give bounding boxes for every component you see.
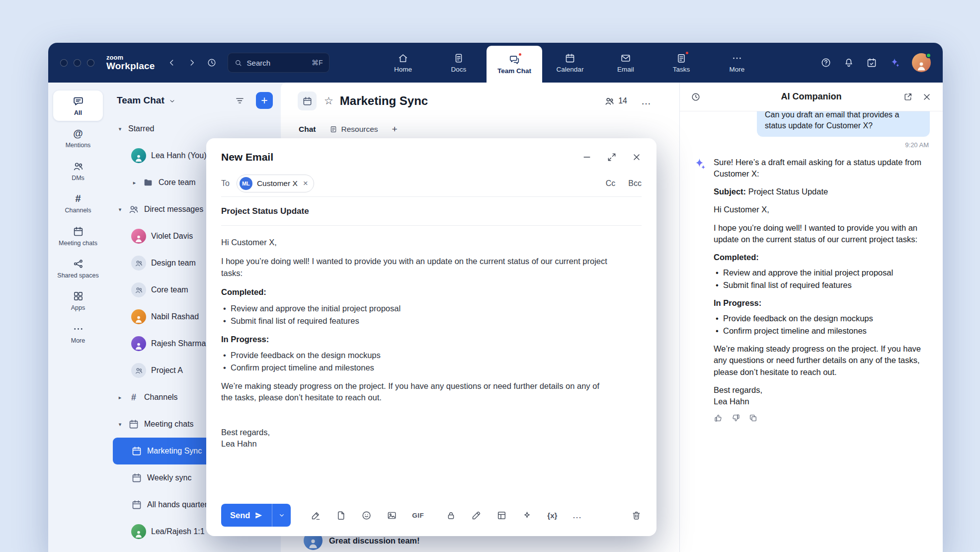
home-icon — [398, 53, 408, 64]
lock-icon[interactable] — [446, 510, 456, 521]
window-controls — [60, 59, 94, 67]
add-tab-button[interactable]: + — [392, 124, 398, 135]
ai-response-greeting: Hi Customer X, — [714, 204, 930, 215]
ai-completed-list: Review and approve the initial project p… — [714, 267, 930, 291]
minimize-window-button[interactable] — [74, 59, 81, 67]
recipient-field[interactable]: To ML Customer X × Cc Bcc — [221, 170, 642, 197]
rail-item-meeting-chats[interactable]: Meeting chats — [53, 221, 103, 251]
edit-pencil-icon[interactable] — [471, 510, 482, 521]
tab-docs[interactable]: Docs — [431, 43, 487, 83]
close-icon[interactable] — [922, 92, 932, 102]
tab-label: Docs — [451, 66, 467, 73]
email-greeting: Hi Customer X, — [221, 237, 609, 248]
back-icon[interactable] — [167, 58, 177, 68]
hash-icon: # — [75, 193, 81, 204]
members-count[interactable]: 14 — [604, 96, 627, 106]
tab-label: Calendar — [557, 66, 584, 73]
ai-sparkle-icon[interactable] — [522, 510, 532, 521]
tab-home[interactable]: Home — [375, 43, 431, 83]
send-button[interactable]: Send — [221, 504, 272, 527]
filter-icon[interactable] — [235, 95, 245, 106]
notifications-bell-icon[interactable] — [843, 57, 854, 68]
delete-draft-icon[interactable] — [631, 510, 642, 521]
template-icon[interactable] — [496, 510, 507, 521]
subject-field[interactable]: Project Status Update — [221, 197, 642, 226]
search-input[interactable]: Search ⌘F — [228, 53, 329, 73]
ai-companion-icon[interactable] — [889, 57, 900, 68]
more-options-icon[interactable]: … — [572, 510, 582, 521]
logo-zoom-text: zoom — [106, 54, 155, 61]
item-label: Design team — [151, 259, 196, 268]
tab-calendar[interactable]: Calendar — [542, 43, 598, 83]
rail-item-apps[interactable]: Apps — [53, 285, 103, 316]
tab-label: Resources — [341, 125, 378, 134]
caret-right-icon[interactable]: ▸ — [117, 394, 123, 401]
thumbs-up-icon[interactable] — [714, 413, 723, 423]
channel-header: ☆ Marketing Sync 14 … — [281, 83, 679, 119]
caret-down-icon[interactable]: ▾ — [117, 421, 123, 428]
chevron-down-icon[interactable] — [168, 97, 176, 105]
shared-spaces-icon — [73, 258, 84, 270]
send-options-button[interactable] — [272, 504, 291, 527]
tab-tasks[interactable]: Tasks — [653, 43, 709, 83]
caret-down-icon[interactable]: ▾ — [117, 206, 123, 213]
tab-team-chat[interactable]: Team Chat — [487, 46, 542, 83]
gif-button[interactable]: GIF — [412, 512, 424, 519]
bcc-button[interactable]: Bcc — [628, 179, 642, 188]
rail-item-shared-spaces[interactable]: Shared spaces — [53, 253, 103, 283]
caret-down-icon[interactable]: ▾ — [117, 126, 123, 132]
image-icon[interactable] — [387, 510, 397, 521]
variables-button[interactable]: {x} — [547, 511, 557, 520]
signature-icon[interactable] — [311, 510, 321, 521]
copy-icon[interactable] — [748, 413, 758, 423]
rail-item-label: More — [71, 337, 85, 344]
calendar-check-icon[interactable] — [866, 57, 877, 68]
history-icon[interactable] — [207, 58, 217, 68]
rail-item-dms[interactable]: DMs — [53, 156, 103, 186]
folder-icon — [143, 177, 154, 188]
signoff: Best regards, — [221, 427, 609, 438]
calendar-icon — [128, 419, 139, 430]
ai-panel-header: AI Companion — [680, 83, 943, 111]
zoom-window-button[interactable] — [87, 59, 94, 67]
cc-button[interactable]: Cc — [606, 179, 616, 188]
recipient-chip[interactable]: ML Customer X × — [237, 175, 314, 192]
rail-item-more[interactable]: More — [53, 318, 103, 349]
channel-title: Marketing Sync — [340, 94, 428, 108]
thumbs-down-icon[interactable] — [731, 413, 740, 423]
star-icon[interactable]: ☆ — [324, 95, 333, 107]
attach-file-icon[interactable] — [336, 510, 346, 521]
sidebar-title[interactable]: Team Chat — [117, 95, 164, 106]
tab-chat[interactable]: Chat — [299, 125, 316, 134]
zoom-workplace-logo: zoom Workplace — [106, 54, 155, 71]
avatar — [131, 148, 146, 163]
caret-right-icon[interactable]: ▸ — [131, 180, 138, 186]
minimize-icon[interactable] — [582, 152, 592, 162]
group-avatar — [131, 256, 146, 271]
open-external-icon[interactable] — [903, 92, 913, 102]
new-chat-button[interactable]: + — [256, 92, 273, 109]
tab-email[interactable]: Email — [598, 43, 653, 83]
search-placeholder: Search — [247, 59, 271, 67]
close-window-button[interactable] — [60, 59, 68, 67]
history-navigation — [167, 58, 217, 68]
user-avatar[interactable] — [912, 53, 931, 72]
rail-item-channels[interactable]: # Channels — [53, 188, 103, 218]
channel-more-icon[interactable]: … — [641, 95, 652, 107]
rail-item-mentions[interactable]: @ Mentions — [53, 123, 103, 153]
forward-icon[interactable] — [187, 58, 197, 68]
email-body-editor[interactable]: Hi Customer X, I hope you’re doing well!… — [221, 226, 609, 497]
tab-more[interactable]: More — [709, 43, 765, 83]
close-icon[interactable] — [632, 152, 642, 162]
rail-item-all[interactable]: All — [53, 91, 103, 121]
item-label: Rajesh Sharma — [151, 339, 206, 348]
expand-icon[interactable] — [607, 152, 617, 162]
top-bar: zoom Workplace Search ⌘F Home — [48, 43, 943, 83]
help-icon[interactable] — [820, 57, 831, 68]
remove-recipient-icon[interactable]: × — [303, 179, 308, 187]
history-icon[interactable] — [691, 92, 701, 102]
tab-label: More — [730, 66, 745, 73]
at-sign-icon: @ — [73, 128, 83, 139]
emoji-icon[interactable] — [361, 510, 372, 521]
tab-resources[interactable]: Resources — [329, 125, 378, 134]
